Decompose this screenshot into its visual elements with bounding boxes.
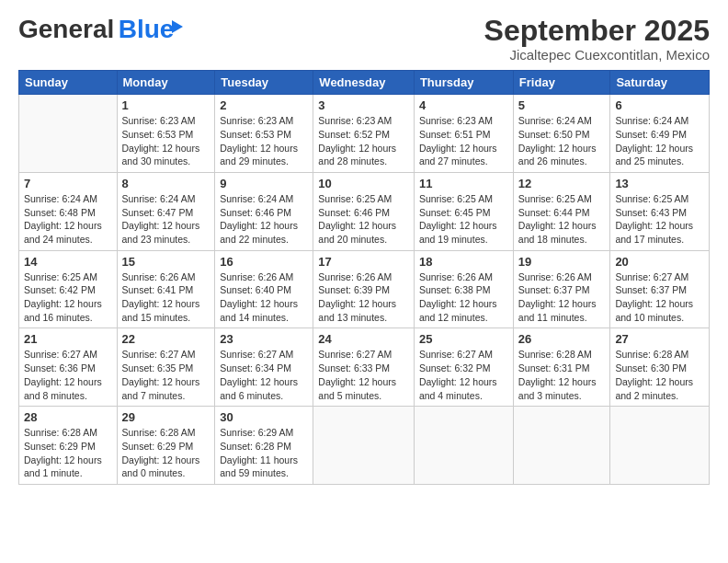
table-row: 6 Sunrise: 6:24 AMSunset: 6:49 PMDayligh…: [610, 95, 710, 173]
table-row: 5 Sunrise: 6:24 AMSunset: 6:50 PMDayligh…: [513, 95, 610, 173]
logo-arrow-icon: [172, 20, 183, 33]
col-thursday: Thursday: [414, 71, 513, 95]
cell-sunrise: Sunrise: 6:23 AMSunset: 6:53 PMDaylight:…: [122, 115, 200, 167]
cell-sunrise: Sunrise: 6:23 AMSunset: 6:51 PMDaylight:…: [419, 115, 497, 167]
cell-sunrise: Sunrise: 6:25 AMSunset: 6:43 PMDaylight:…: [615, 193, 693, 245]
calendar-header-row: Sunday Monday Tuesday Wednesday Thursday…: [19, 71, 710, 95]
table-row: 14 Sunrise: 6:25 AMSunset: 6:42 PMDaylig…: [19, 250, 118, 328]
calendar-title: September 2025: [484, 15, 710, 47]
cell-sunrise: Sunrise: 6:24 AMSunset: 6:47 PMDaylight:…: [122, 193, 200, 245]
table-row: 15 Sunrise: 6:26 AMSunset: 6:41 PMDaylig…: [117, 250, 215, 328]
cell-day-number: 11: [419, 177, 508, 190]
cell-day-number: 5: [518, 98, 606, 112]
cell-day-number: 17: [318, 255, 409, 269]
cell-sunrise: Sunrise: 6:27 AMSunset: 6:32 PMDaylight:…: [419, 349, 497, 400]
cell-sunrise: Sunrise: 6:26 AMSunset: 6:40 PMDaylight:…: [220, 271, 298, 323]
cell-sunrise: Sunrise: 6:28 AMSunset: 6:29 PMDaylight:…: [122, 427, 200, 478]
cell-sunrise: Sunrise: 6:27 AMSunset: 6:36 PMDaylight:…: [24, 349, 102, 400]
cell-sunrise: Sunrise: 6:23 AMSunset: 6:52 PMDaylight:…: [318, 115, 396, 167]
week-row-3: 14 Sunrise: 6:25 AMSunset: 6:42 PMDaylig…: [19, 250, 710, 328]
cell-day-number: 12: [518, 177, 606, 190]
table-row: 30 Sunrise: 6:29 AMSunset: 6:28 PMDaylig…: [215, 407, 313, 485]
cell-sunrise: Sunrise: 6:24 AMSunset: 6:50 PMDaylight:…: [518, 115, 597, 167]
cell-day-number: 22: [122, 332, 210, 346]
cell-sunrise: Sunrise: 6:24 AMSunset: 6:48 PMDaylight:…: [24, 193, 102, 245]
cell-day-number: 29: [122, 410, 210, 424]
week-row-4: 21 Sunrise: 6:27 AMSunset: 6:36 PMDaylig…: [19, 328, 710, 407]
table-row: [513, 407, 610, 485]
calendar-subtitle: Jicaltepec Cuexcontitlan, Mexico: [484, 47, 710, 63]
table-row: 26 Sunrise: 6:28 AMSunset: 6:31 PMDaylig…: [513, 328, 610, 407]
col-monday: Monday: [117, 71, 215, 95]
table-row: 8 Sunrise: 6:24 AMSunset: 6:47 PMDayligh…: [117, 172, 215, 250]
cell-day-number: 15: [122, 255, 210, 269]
cell-sunrise: Sunrise: 6:27 AMSunset: 6:37 PMDaylight:…: [615, 271, 693, 323]
col-friday: Friday: [513, 71, 610, 95]
cell-day-number: 2: [220, 98, 308, 112]
cell-sunrise: Sunrise: 6:27 AMSunset: 6:33 PMDaylight:…: [318, 349, 396, 400]
table-row: 21 Sunrise: 6:27 AMSunset: 6:36 PMDaylig…: [19, 328, 118, 407]
table-row: 28 Sunrise: 6:28 AMSunset: 6:29 PMDaylig…: [19, 407, 118, 485]
cell-sunrise: Sunrise: 6:24 AMSunset: 6:46 PMDaylight:…: [220, 193, 298, 245]
week-row-5: 28 Sunrise: 6:28 AMSunset: 6:29 PMDaylig…: [19, 407, 710, 485]
col-saturday: Saturday: [610, 71, 710, 95]
table-row: 11 Sunrise: 6:25 AMSunset: 6:45 PMDaylig…: [414, 172, 513, 250]
table-row: 12 Sunrise: 6:25 AMSunset: 6:44 PMDaylig…: [513, 172, 610, 250]
cell-sunrise: Sunrise: 6:28 AMSunset: 6:29 PMDaylight:…: [24, 427, 102, 478]
cell-day-number: 20: [615, 255, 704, 269]
cell-day-number: 1: [122, 98, 210, 112]
table-row: 7 Sunrise: 6:24 AMSunset: 6:48 PMDayligh…: [19, 172, 118, 250]
cell-day-number: 18: [419, 255, 508, 269]
table-row: 17 Sunrise: 6:26 AMSunset: 6:39 PMDaylig…: [313, 250, 415, 328]
cell-sunrise: Sunrise: 6:25 AMSunset: 6:46 PMDaylight:…: [318, 193, 396, 245]
table-row: 4 Sunrise: 6:23 AMSunset: 6:51 PMDayligh…: [414, 95, 513, 173]
cell-day-number: 6: [615, 98, 704, 112]
cell-day-number: 27: [615, 332, 704, 346]
cell-day-number: 8: [122, 177, 210, 190]
cell-day-number: 10: [318, 177, 409, 190]
table-row: 20 Sunrise: 6:27 AMSunset: 6:37 PMDaylig…: [610, 250, 710, 328]
cell-sunrise: Sunrise: 6:28 AMSunset: 6:31 PMDaylight:…: [518, 349, 597, 400]
title-block: September 2025 Jicaltepec Cuexcontitlan,…: [484, 15, 710, 63]
table-row: 10 Sunrise: 6:25 AMSunset: 6:46 PMDaylig…: [313, 172, 415, 250]
cell-day-number: 30: [220, 410, 308, 424]
cell-sunrise: Sunrise: 6:26 AMSunset: 6:39 PMDaylight:…: [318, 271, 396, 323]
cell-sunrise: Sunrise: 6:26 AMSunset: 6:41 PMDaylight:…: [122, 271, 200, 323]
table-row: 18 Sunrise: 6:26 AMSunset: 6:38 PMDaylig…: [414, 250, 513, 328]
cell-sunrise: Sunrise: 6:29 AMSunset: 6:28 PMDaylight:…: [220, 427, 298, 478]
table-row: [19, 95, 118, 173]
cell-day-number: 23: [220, 332, 308, 346]
col-sunday: Sunday: [19, 71, 118, 95]
cell-day-number: 28: [24, 410, 112, 424]
logo-general: General: [18, 15, 114, 43]
cell-sunrise: Sunrise: 6:28 AMSunset: 6:30 PMDaylight:…: [615, 349, 693, 400]
table-row: 24 Sunrise: 6:27 AMSunset: 6:33 PMDaylig…: [313, 328, 415, 407]
table-row: 23 Sunrise: 6:27 AMSunset: 6:34 PMDaylig…: [215, 328, 313, 407]
table-row: 3 Sunrise: 6:23 AMSunset: 6:52 PMDayligh…: [313, 95, 415, 173]
table-row: 16 Sunrise: 6:26 AMSunset: 6:40 PMDaylig…: [215, 250, 313, 328]
cell-day-number: 3: [318, 98, 409, 112]
table-row: [313, 407, 415, 485]
cell-day-number: 21: [24, 332, 112, 346]
cell-sunrise: Sunrise: 6:26 AMSunset: 6:37 PMDaylight:…: [518, 271, 597, 323]
cell-sunrise: Sunrise: 6:27 AMSunset: 6:34 PMDaylight:…: [220, 349, 298, 400]
header: General Blue September 2025 Jicaltepec C…: [18, 15, 710, 63]
table-row: [414, 407, 513, 485]
logo-blue: Blue: [119, 15, 175, 43]
cell-sunrise: Sunrise: 6:27 AMSunset: 6:35 PMDaylight:…: [122, 349, 200, 400]
calendar-table: Sunday Monday Tuesday Wednesday Thursday…: [18, 70, 710, 485]
cell-day-number: 25: [419, 332, 508, 346]
cell-day-number: 26: [518, 332, 606, 346]
table-row: 22 Sunrise: 6:27 AMSunset: 6:35 PMDaylig…: [117, 328, 215, 407]
week-row-2: 7 Sunrise: 6:24 AMSunset: 6:48 PMDayligh…: [19, 172, 710, 250]
col-tuesday: Tuesday: [215, 71, 313, 95]
cell-day-number: 13: [615, 177, 704, 190]
cell-day-number: 16: [220, 255, 308, 269]
cell-sunrise: Sunrise: 6:25 AMSunset: 6:44 PMDaylight:…: [518, 193, 597, 245]
cell-sunrise: Sunrise: 6:25 AMSunset: 6:42 PMDaylight:…: [24, 271, 102, 323]
cell-sunrise: Sunrise: 6:26 AMSunset: 6:38 PMDaylight:…: [419, 271, 497, 323]
cell-day-number: 7: [24, 177, 112, 190]
table-row: 1 Sunrise: 6:23 AMSunset: 6:53 PMDayligh…: [117, 95, 215, 173]
logo: General Blue: [18, 15, 174, 44]
cell-day-number: 14: [24, 255, 112, 269]
